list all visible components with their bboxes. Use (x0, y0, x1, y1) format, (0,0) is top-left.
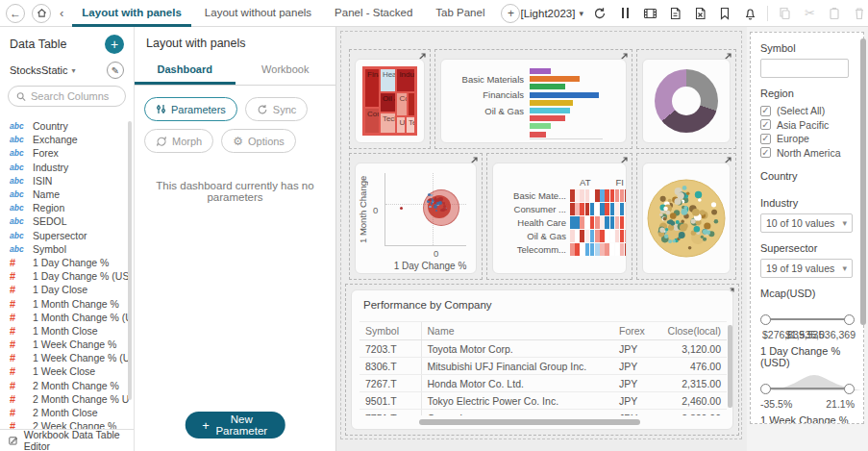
document-tab[interactable]: Layout with panels (72, 0, 191, 27)
theme-selector[interactable]: [Light2023] ▾ (520, 8, 583, 19)
column-list-item[interactable]: #2 Month Close (10, 406, 129, 419)
column-list-item[interactable]: abcSEDOL (10, 214, 129, 228)
donut-chart[interactable] (655, 69, 718, 133)
scatter-point[interactable] (431, 202, 433, 204)
heatmap-row[interactable]: Basic Mate... (497, 189, 620, 202)
add-dashboard-button[interactable]: + (501, 4, 520, 23)
column-list-item[interactable]: abcSymbol (10, 242, 129, 256)
bar[interactable] (530, 115, 565, 121)
copy-button[interactable] (777, 5, 793, 21)
bookmark-button[interactable] (717, 5, 733, 21)
bar[interactable] (530, 100, 573, 106)
document-tab[interactable]: Layout without panels (195, 0, 321, 27)
slider-max-handle[interactable] (844, 384, 855, 394)
bar[interactable] (530, 68, 551, 74)
checkbox-checked-icon[interactable]: ✓ (760, 119, 771, 130)
checkbox-checked-icon[interactable]: ✓ (760, 106, 771, 116)
treemap-panel[interactable]: FinanciConsurHealth CIndustriOil & GCons… (349, 49, 431, 149)
new-parameter-button[interactable]: + New Parameter (185, 412, 285, 438)
donut-panel[interactable] (636, 49, 736, 149)
column-list-item[interactable]: #2 Month Change % (10, 379, 129, 392)
add-data-table-button[interactable]: + (105, 35, 124, 54)
column-list-item[interactable]: #1 Month Change % (10, 296, 129, 310)
slider-max-handle[interactable] (844, 314, 855, 325)
region-checkbox-item[interactable]: ✓Europe (760, 132, 854, 146)
bar-chart-panel[interactable]: Basic MaterialsFinancialsOil & Gas 0 Mca… (434, 49, 632, 149)
bar[interactable] (530, 123, 551, 129)
column-list-item[interactable]: abcRegion (10, 201, 129, 214)
column-list-item[interactable]: #2 Month Change % USD (10, 392, 129, 406)
scatter-point[interactable] (400, 207, 403, 210)
bar[interactable] (530, 76, 580, 82)
document-tab[interactable]: Panel - Stacked (325, 0, 422, 27)
workbook-data-table-editor-button[interactable]: Workbook Data Table Editor (0, 429, 134, 451)
heatmap-chart[interactable]: ATFI Basic Mate...Consumer ...Health Car… (497, 177, 620, 257)
edit-data-table-button[interactable]: ✎ (107, 62, 124, 79)
scatter-point[interactable] (431, 194, 433, 196)
parameters-button[interactable]: Parameters (144, 97, 237, 121)
scatter-panel[interactable]: 1 Month Change 0 0 1 Day Change % (349, 153, 483, 280)
scatter-point[interactable] (436, 202, 438, 204)
heatmap-row[interactable]: Consumer ... (497, 203, 620, 215)
sync-button[interactable]: Sync (245, 97, 308, 121)
industry-filter-select[interactable]: 10 of 10 values ▾ (760, 213, 853, 233)
treemap-cell[interactable]: Utili (396, 116, 406, 134)
treemap-cell[interactable]: Oil & G (380, 92, 396, 113)
column-list-item[interactable]: abcCountry (10, 119, 129, 133)
home-button[interactable] (32, 4, 51, 23)
bar[interactable] (530, 84, 565, 89)
column-list-item[interactable]: #1 Month Close (10, 324, 129, 338)
morph-button[interactable]: Morph (144, 129, 213, 153)
scatter-point[interactable] (442, 208, 446, 212)
column-list-item[interactable]: #1 Week Change % (USD) (10, 351, 129, 364)
treemap-cell[interactable]: Industri (396, 68, 415, 92)
treemap-cell[interactable]: Financi (364, 68, 380, 108)
options-button[interactable]: ⚙ Options (221, 129, 296, 153)
checkbox-checked-icon[interactable]: ✓ (760, 147, 771, 158)
column-list-item[interactable]: #1 Day Change % (10, 256, 129, 269)
cut-button[interactable]: ✂ (802, 5, 818, 21)
circle-pack-panel[interactable] (636, 153, 736, 280)
sidebar-scrollbar[interactable] (128, 121, 132, 400)
collapse-tabs-chevron[interactable]: ‹ (58, 6, 65, 20)
heatmap-row[interactable]: Health Care (497, 216, 620, 229)
supersector-filter-select[interactable]: 19 of 19 values ▾ (760, 259, 853, 278)
slider-track[interactable] (765, 318, 850, 320)
performance-table-panel[interactable]: Performance by Company SymbolNameForexCl… (345, 284, 739, 436)
column-list-item[interactable]: abcExchange (10, 133, 129, 146)
table-column-header[interactable]: Name (421, 322, 613, 340)
symbol-filter-input[interactable] (760, 59, 849, 78)
scatter-plot[interactable] (384, 173, 466, 246)
table-column-header[interactable]: Forex (613, 322, 652, 340)
column-list-item[interactable]: abcISIN (10, 174, 129, 188)
bar[interactable] (530, 108, 570, 113)
pdf-export-button[interactable] (667, 5, 683, 21)
scatter-point[interactable] (440, 197, 443, 200)
table-row[interactable]: 7267.THonda Motor Co. Ltd.JPY2,315.004,2… (360, 375, 727, 392)
scatter-point[interactable] (434, 204, 436, 206)
treemap-cell[interactable] (408, 92, 415, 116)
treemap-cell[interactable]: Tele (406, 116, 415, 134)
bar[interactable] (530, 132, 546, 138)
column-list-item[interactable]: #1 Week Change % (10, 338, 129, 351)
table-horizontal-scrollbar[interactable] (419, 419, 640, 425)
treemap-cell[interactable]: Consu (396, 92, 407, 116)
treemap-cell[interactable]: Techno (380, 113, 396, 134)
bar[interactable] (530, 92, 599, 98)
column-list-item[interactable]: #1 Day Close (10, 283, 129, 296)
slider-min-handle[interactable] (760, 314, 771, 325)
bar-chart[interactable]: Basic MaterialsFinancialsOil & Gas 0 Mca… (445, 67, 618, 138)
treemap-cell[interactable]: Consur (364, 108, 380, 134)
heatmap-row[interactable]: Oil & Gas (497, 230, 620, 242)
region-checkbox-item[interactable]: ✓North America (760, 146, 854, 161)
notifications-button[interactable] (742, 5, 758, 21)
column-list-item[interactable]: abcSupersector (10, 229, 129, 242)
table-row[interactable]: 7203.TToyota Motor Corp.JPY3,120.009,295… (360, 340, 727, 358)
column-list-item[interactable]: #1 Month Change % (USD) (10, 311, 129, 324)
slider-min-handle[interactable] (760, 384, 771, 394)
table-column-header[interactable]: Symbol (360, 322, 421, 340)
tab-workbook[interactable]: Workbook (236, 58, 336, 85)
table-vertical-scrollbar[interactable] (728, 325, 732, 408)
paste-button[interactable] (827, 5, 843, 21)
range-slider[interactable] (760, 373, 855, 398)
